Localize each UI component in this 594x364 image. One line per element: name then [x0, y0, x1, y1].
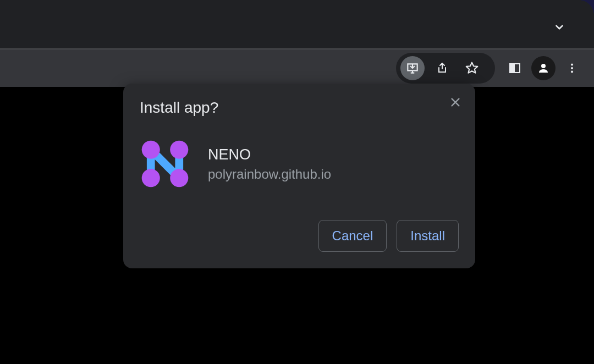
app-name: NENO: [208, 146, 331, 163]
app-info-row: NENO polyrainbow.github.io: [140, 139, 459, 189]
dialog-close-button[interactable]: [446, 92, 465, 112]
app-icon: [140, 139, 190, 189]
person-icon: [537, 62, 550, 75]
svg-point-6: [142, 141, 160, 159]
close-icon: [449, 96, 461, 108]
browser-toolbar: [0, 48, 594, 87]
chevron-down-icon: [552, 20, 566, 34]
profile-button[interactable]: [531, 56, 556, 80]
star-outline-icon: [465, 61, 479, 75]
svg-point-5: [571, 70, 573, 73]
side-panel-icon: [508, 62, 521, 75]
svg-point-7: [170, 141, 188, 159]
install-app-dialog: Install app? NENO polyrainbow.github.io …: [123, 84, 475, 268]
svg-point-8: [142, 169, 160, 187]
app-origin: polyrainbow.github.io: [208, 167, 331, 182]
tabs-dropdown-button[interactable]: [552, 20, 566, 36]
toolbar-right-group: [503, 56, 584, 80]
svg-point-4: [571, 67, 573, 69]
window-corner-decoration: [579, 0, 594, 15]
bookmark-button[interactable]: [460, 56, 484, 80]
kebab-menu-icon: [566, 62, 578, 74]
side-panel-button[interactable]: [503, 56, 527, 80]
svg-rect-1: [510, 64, 515, 73]
cancel-button[interactable]: Cancel: [318, 220, 387, 252]
tab-strip: [0, 0, 594, 48]
browser-menu-button[interactable]: [560, 56, 584, 80]
dialog-title: Install app?: [140, 99, 459, 117]
install-app-button[interactable]: [400, 56, 425, 80]
app-text-group: NENO polyrainbow.github.io: [208, 146, 331, 182]
svg-point-3: [571, 64, 573, 66]
dialog-button-row: Cancel Install: [140, 220, 459, 252]
install-desktop-icon: [405, 61, 420, 75]
svg-point-9: [170, 169, 188, 187]
share-button[interactable]: [430, 56, 454, 80]
install-button[interactable]: Install: [397, 220, 459, 252]
svg-point-2: [541, 64, 546, 68]
share-icon: [436, 62, 449, 75]
neno-logo-icon: [140, 139, 190, 189]
address-bar-actions: [396, 53, 495, 84]
